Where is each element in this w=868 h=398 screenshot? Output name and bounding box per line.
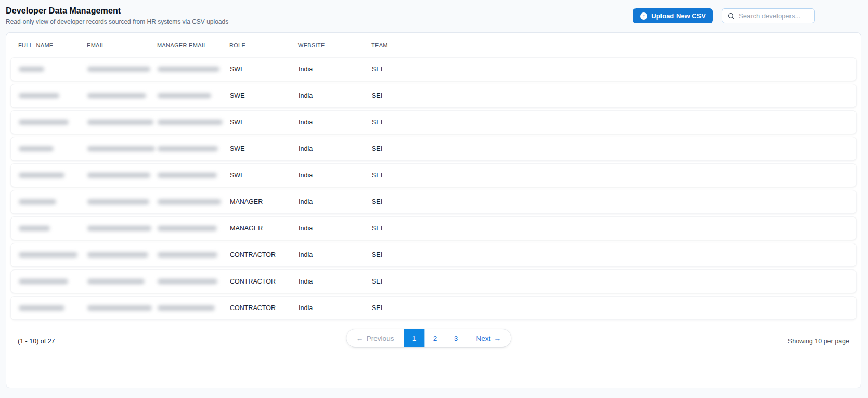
developer-table-card: FULL_NAMEEMAILMANAGER EMAILROLEWEBSITETE… — [6, 32, 861, 388]
team-cell: SEI — [372, 172, 856, 179]
table-footer: (1 - 10) of 27 ← Previous 123 Next → Sho… — [6, 323, 861, 354]
page-title: Developer Data Management — [6, 6, 228, 16]
column-header: FULL_NAME — [18, 42, 87, 48]
email-redacted-blur — [87, 199, 149, 204]
email-redacted-cell — [87, 279, 158, 284]
email-redacted-cell — [87, 120, 158, 125]
website-cell: India — [299, 119, 372, 126]
full-name-redacted-blur — [19, 67, 44, 72]
role-cell: CONTRACTOR — [230, 251, 299, 259]
previous-label: Previous — [367, 335, 394, 342]
role-cell: SWE — [230, 119, 299, 126]
role-cell: MANAGER — [230, 225, 299, 232]
email-redacted-cell — [87, 93, 158, 98]
manager-email-redacted-blur — [158, 279, 217, 284]
column-header: ROLE — [229, 42, 298, 48]
email-redacted-blur — [87, 146, 155, 151]
role-cell: SWE — [230, 145, 299, 152]
website-cell: India — [299, 278, 372, 285]
pagination: ← Previous 123 Next → — [346, 329, 511, 347]
table-row: CONTRACTORIndiaSEI — [10, 296, 857, 320]
manager-email-redacted-cell — [158, 252, 230, 258]
role-cell: SWE — [230, 172, 299, 179]
team-cell: SEI — [372, 92, 856, 99]
page-button-1[interactable]: 1 — [404, 329, 424, 347]
search-icon — [728, 12, 735, 20]
email-redacted-blur — [87, 67, 150, 72]
top-header: Developer Data Management Read-only view… — [0, 0, 868, 32]
search-box[interactable] — [722, 8, 815, 23]
website-cell: India — [299, 304, 372, 312]
full-name-redacted-cell — [19, 173, 87, 178]
email-redacted-blur — [87, 173, 150, 178]
role-cell: CONTRACTOR — [230, 278, 299, 285]
role-cell: CONTRACTOR — [230, 304, 299, 312]
upload-new-csv-button[interactable]: ↑ Upload New CSV — [633, 8, 713, 23]
team-cell: SEI — [372, 251, 856, 259]
table-row: SWEIndiaSEI — [10, 84, 857, 108]
search-developers-input[interactable] — [739, 12, 809, 20]
team-cell: SEI — [372, 304, 856, 312]
email-redacted-blur — [87, 93, 146, 98]
email-redacted-cell — [87, 252, 158, 258]
team-cell: SEI — [372, 225, 856, 232]
manager-email-redacted-blur — [158, 173, 217, 178]
full-name-redacted-blur — [19, 93, 59, 98]
email-redacted-blur — [87, 120, 153, 125]
per-page-label: Showing 10 per page — [788, 338, 849, 345]
table-row: SWEIndiaSEI — [10, 110, 857, 134]
table-row: SWEIndiaSEI — [10, 137, 857, 161]
full-name-redacted-blur — [19, 120, 69, 125]
manager-email-redacted-cell — [158, 305, 230, 311]
table-row: MANAGERIndiaSEI — [10, 190, 857, 214]
previous-page-button[interactable]: ← Previous — [346, 329, 404, 347]
page-buttons: 123 — [404, 329, 466, 347]
full-name-redacted-cell — [19, 252, 87, 258]
next-label: Next — [476, 335, 490, 342]
arrow-left-icon: ← — [356, 334, 364, 342]
role-cell: SWE — [230, 66, 299, 73]
manager-email-redacted-cell — [158, 199, 230, 204]
email-redacted-cell — [87, 67, 158, 72]
role-cell: MANAGER — [230, 198, 299, 206]
upload-arrow-up-circle-icon: ↑ — [640, 12, 647, 20]
table-row: MANAGERIndiaSEI — [10, 216, 857, 240]
page-button-3[interactable]: 3 — [445, 329, 466, 347]
full-name-redacted-blur — [19, 226, 50, 231]
email-redacted-cell — [87, 305, 158, 311]
manager-email-redacted-blur — [158, 67, 219, 72]
manager-email-redacted-cell — [158, 67, 230, 72]
website-cell: India — [299, 145, 372, 152]
toolbar: ↑ Upload New CSV — [633, 8, 815, 23]
table-row: CONTRACTORIndiaSEI — [10, 243, 857, 267]
website-cell: India — [299, 92, 372, 99]
manager-email-redacted-cell — [158, 173, 230, 178]
manager-email-redacted-cell — [158, 226, 230, 231]
column-header: WEBSITE — [298, 42, 371, 48]
manager-email-redacted-blur — [158, 199, 221, 204]
website-cell: India — [299, 251, 372, 259]
website-cell: India — [299, 172, 372, 179]
column-header: EMAIL — [87, 42, 157, 48]
full-name-redacted-cell — [19, 199, 87, 204]
full-name-redacted-blur — [19, 252, 77, 258]
manager-email-redacted-cell — [158, 120, 230, 125]
team-cell: SEI — [372, 119, 856, 126]
team-cell: SEI — [372, 198, 856, 206]
column-header: TEAM — [371, 42, 861, 48]
email-redacted-cell — [87, 146, 158, 151]
table-body: SWEIndiaSEISWEIndiaSEISWEIndiaSEISWEIndi… — [6, 57, 861, 320]
email-redacted-blur — [87, 305, 152, 311]
full-name-redacted-blur — [19, 199, 56, 204]
table-row: SWEIndiaSEI — [10, 57, 857, 81]
full-name-redacted-blur — [19, 173, 64, 178]
title-block: Developer Data Management Read-only view… — [6, 6, 228, 25]
role-cell: SWE — [230, 92, 299, 99]
manager-email-redacted-cell — [158, 279, 230, 284]
full-name-redacted-blur — [19, 305, 64, 311]
next-page-button[interactable]: Next → — [466, 329, 511, 347]
email-redacted-cell — [87, 226, 158, 231]
page-button-2[interactable]: 2 — [424, 329, 445, 347]
manager-email-redacted-blur — [158, 93, 211, 98]
table-row: SWEIndiaSEI — [10, 163, 857, 187]
